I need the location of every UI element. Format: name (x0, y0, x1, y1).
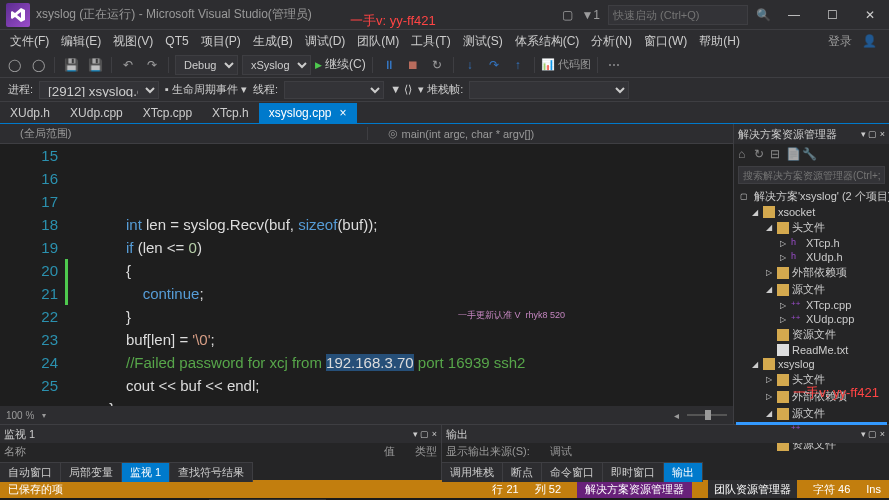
watch-col-type[interactable]: 类型 (415, 444, 437, 459)
menu-build[interactable]: 生成(B) (247, 31, 299, 52)
watch-col-value[interactable]: 值 (384, 444, 395, 459)
code-line[interactable]: } (76, 305, 733, 328)
step-over-icon[interactable]: ↷ (484, 55, 504, 75)
tab-xudpcpp[interactable]: XUdp.cpp (60, 103, 133, 123)
menu-edit[interactable]: 编辑(E) (55, 31, 107, 52)
menu-debug[interactable]: 调试(D) (299, 31, 352, 52)
scope-global-combo[interactable]: (全局范围) (0, 126, 77, 141)
hscroll-slider[interactable] (687, 414, 727, 416)
zoom-level[interactable]: 100 % (6, 410, 34, 421)
config-combo[interactable]: Debug (175, 55, 238, 75)
sol-home-icon[interactable]: ⌂ (738, 147, 752, 161)
step-out-icon[interactable]: ↑ (508, 55, 528, 75)
pause-icon[interactable]: ⏸ (379, 55, 399, 75)
sol-header-icons[interactable]: ▾ ▢ × (861, 129, 885, 139)
code-line[interactable]: cout << buf << endl; (76, 374, 733, 397)
lifecycle-dropdown[interactable]: ▪ 生命周期事件 ▾ (165, 82, 247, 97)
menu-qt5[interactable]: QT5 (159, 32, 194, 50)
search-icon[interactable]: 🔍 (756, 8, 771, 22)
save-icon[interactable]: 💾 (61, 55, 81, 75)
tree-node[interactable]: ◢源文件 (736, 281, 887, 298)
status-team-tab[interactable]: 解决方案资源管理器 (577, 480, 692, 498)
tab-close-icon[interactable]: × (339, 106, 346, 120)
ptab-findresults[interactable]: 查找符号结果 (170, 463, 253, 482)
close-button[interactable]: ✕ (855, 4, 885, 26)
ptab-autos[interactable]: 自动窗口 (0, 463, 61, 482)
tree-node[interactable]: ▷XUdp.cpp (736, 312, 887, 326)
tree-node[interactable]: 资源文件 (736, 326, 887, 343)
nav-back-icon[interactable]: ◯ (4, 55, 24, 75)
menu-team[interactable]: 团队(M) (351, 31, 405, 52)
menu-project[interactable]: 项目(P) (195, 31, 247, 52)
watch-col-name[interactable]: 名称 (4, 444, 26, 459)
scope-func-combo[interactable]: ◎ main(int argc, char * argv[]) (367, 127, 734, 140)
output-panel-icons[interactable]: ▾ ▢ × (861, 429, 885, 439)
tree-node[interactable]: ◢源文件 (736, 405, 887, 422)
menu-help[interactable]: 帮助(H) (693, 31, 746, 52)
code-line[interactable]: if (len <= 0) (76, 236, 733, 259)
menu-tools[interactable]: 工具(T) (405, 31, 456, 52)
maximize-button[interactable]: ☐ (817, 4, 847, 26)
ptab-watch1[interactable]: 监视 1 (122, 463, 170, 482)
tab-xtcpcpp[interactable]: XTcp.cpp (133, 103, 202, 123)
code-line[interactable]: continue; (76, 282, 733, 305)
sol-search-input[interactable] (738, 166, 885, 184)
code-line[interactable]: buf[len] = '\0'; (76, 328, 733, 351)
ptab-output[interactable]: 输出 (664, 463, 703, 482)
sol-refresh-icon[interactable]: ↻ (754, 147, 768, 161)
ptab-locals[interactable]: 局部变量 (61, 463, 122, 482)
quick-launch-input[interactable] (608, 5, 748, 25)
menu-architecture[interactable]: 体系结构(C) (509, 31, 586, 52)
sol-props-icon[interactable]: 🔧 (802, 147, 816, 161)
code-line[interactable]: } (76, 397, 733, 406)
thread-combo[interactable] (284, 81, 384, 99)
login-link[interactable]: 登录 (828, 33, 862, 50)
tab-xtcph[interactable]: XTcp.h (202, 103, 259, 123)
output-source-value[interactable]: 调试 (550, 444, 572, 459)
tree-node[interactable]: ◢xsyslog (736, 357, 887, 371)
tab-xudph[interactable]: XUdp.h (0, 103, 60, 123)
restart-icon[interactable]: ↻ (427, 55, 447, 75)
save-all-icon[interactable]: 💾 (85, 55, 105, 75)
continue-button[interactable]: 继续(C) (315, 56, 366, 73)
code-line[interactable]: //Failed password for xcj from 192.168.3… (76, 351, 733, 374)
menu-test[interactable]: 测试(S) (457, 31, 509, 52)
step-into-icon[interactable]: ↓ (460, 55, 480, 75)
tree-node[interactable]: ReadMe.txt (736, 343, 887, 357)
tree-node[interactable]: ◢头文件 (736, 219, 887, 236)
tree-node[interactable]: ▷外部依赖项 (736, 264, 887, 281)
stackframe-combo[interactable] (469, 81, 629, 99)
sol-showall-icon[interactable]: 📄 (786, 147, 800, 161)
tree-node[interactable]: ▷XTcp.cpp (736, 298, 887, 312)
process-combo[interactable]: [2912] xsyslog.exe (39, 81, 159, 99)
ptab-breakpoints[interactable]: 断点 (503, 463, 542, 482)
ptab-command[interactable]: 命令窗口 (542, 463, 603, 482)
sol-collapse-icon[interactable]: ⊟ (770, 147, 784, 161)
minimize-button[interactable]: — (779, 4, 809, 26)
status-team2[interactable]: 团队资源管理器 (708, 480, 797, 498)
tree-node[interactable]: ▷XUdp.h (736, 250, 887, 264)
tree-node[interactable]: ◢xsocket (736, 205, 887, 219)
user-icon[interactable]: 👤 (862, 34, 877, 48)
undo-icon[interactable]: ↶ (118, 55, 138, 75)
watch-panel-icons[interactable]: ▾ ▢ × (413, 429, 437, 439)
redo-icon[interactable]: ↷ (142, 55, 162, 75)
menu-window[interactable]: 窗口(W) (638, 31, 693, 52)
platform-combo[interactable]: xSyslog (242, 55, 311, 75)
menu-view[interactable]: 视图(V) (107, 31, 159, 52)
thread-nav-icon[interactable]: ▼ ⟨⟩ (390, 83, 412, 96)
code-editor[interactable]: 1516171819202122232425 一手更新认准 V rhyk8 52… (0, 144, 733, 406)
stop-icon[interactable]: ⏹ (403, 55, 423, 75)
notification-icon[interactable]: ▢ (562, 8, 573, 22)
code-line[interactable]: int len = syslog.Recv(buf, sizeof(buf)); (76, 213, 733, 236)
tb-extra-icon[interactable]: ⋯ (604, 55, 624, 75)
tree-node[interactable]: ▢解决方案'xsyslog' (2 个项目) (736, 188, 887, 205)
codemap-label[interactable]: 📊 代码图 (541, 57, 591, 72)
menu-file[interactable]: 文件(F) (4, 31, 55, 52)
menu-analyze[interactable]: 分析(N) (585, 31, 638, 52)
nav-fwd-icon[interactable]: ◯ (28, 55, 48, 75)
flag-icon[interactable]: ▼1 (581, 8, 600, 22)
ptab-immediate[interactable]: 即时窗口 (603, 463, 664, 482)
tree-node[interactable]: ▷XTcp.h (736, 236, 887, 250)
code-line[interactable]: { (76, 259, 733, 282)
